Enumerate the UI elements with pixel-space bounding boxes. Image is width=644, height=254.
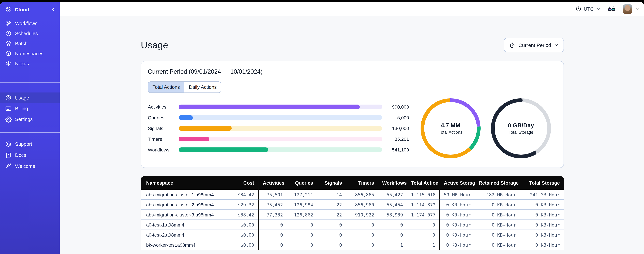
feedback-glasses-button[interactable] <box>608 5 616 13</box>
cell-total-storage: 0 KB-Hour <box>520 210 564 220</box>
namespace-link[interactable]: abs-migration-cluster-2.a98mm4 <box>146 202 214 207</box>
sidebar-nav-main: WorkflowsSchedulesBatchNamespacesNexus <box>0 18 60 69</box>
sidebar-item-namespaces[interactable]: Namespaces <box>0 48 60 59</box>
usage-bar-row-signals: Signals130,000 <box>148 126 409 131</box>
sidebar-item-schedules[interactable]: Schedules <box>0 28 60 38</box>
sidebar-item-usage[interactable]: Usage <box>0 92 60 103</box>
cell-signals: 0 <box>317 220 346 230</box>
cell-workflows: 0 <box>378 230 407 240</box>
cell-total-storage: 0 KB-Hour <box>520 220 564 230</box>
timezone-label: UTC <box>584 6 594 12</box>
usage-bar-row-activities: Activities900,000 <box>148 104 409 109</box>
cell-active-storage: 59 MB-Hour <box>439 190 475 200</box>
bar-value: 900,000 <box>382 104 409 110</box>
sidebar-item-label: Support <box>15 141 32 146</box>
col-header-workflows: Workflows <box>378 176 407 190</box>
settings-icon <box>5 116 12 123</box>
cell-retained-storage: 182 MB-Hour <box>475 190 520 200</box>
table-row: a0-test-1.a98mm4$0.000000000 KB-Hour0 KB… <box>141 220 564 230</box>
sidebar-nav-account: UsageBillingSettings <box>0 92 60 125</box>
namespace-link[interactable]: bk-worker-test.a98mm4 <box>146 242 196 248</box>
cell-activities: 0 <box>258 220 287 230</box>
namespace-link[interactable]: a0-test-1.a98mm4 <box>146 222 184 227</box>
sidebar-item-billing[interactable]: Billing <box>0 103 60 114</box>
cell-queries: 0 <box>287 240 317 250</box>
sidebar-item-batch[interactable]: Batch <box>0 38 60 48</box>
chevron-down-icon <box>596 7 600 11</box>
sidebar-item-welcome[interactable]: Welcome <box>0 160 60 172</box>
tab-total-actions[interactable]: Total Actions <box>148 82 184 92</box>
sidebar-item-support[interactable]: Support <box>0 138 60 150</box>
bar-track <box>179 148 382 152</box>
bar-label: Workflows <box>148 147 179 152</box>
col-header-retained-storage: Retained Storage <box>475 176 520 190</box>
current-period-card: Current Period (09/01/2024 — 10/01/2024)… <box>141 61 564 168</box>
sidebar-divider <box>0 132 60 133</box>
cell-queries: 0 <box>287 220 317 230</box>
col-header-active-storage: Active Storage <box>439 176 475 190</box>
chevron-down-icon <box>554 43 558 47</box>
table-row: abs-migration-cluster-3.a98mm4$38.4277,3… <box>141 210 564 220</box>
cell-active-storage: 0 KB-Hour <box>439 200 475 210</box>
cell-total-actions: 1 <box>407 240 439 250</box>
namespace-link[interactable]: a0-test-2.a98mm4 <box>146 232 184 238</box>
cell-active-storage: 0 KB-Hour <box>439 210 475 220</box>
usage-charts: Activities900,000Queries5,000Signals130,… <box>148 98 557 158</box>
table-row: bk-worker-test.a98mm4$0.000000110 KB-Hou… <box>141 240 564 250</box>
sidebar-item-label: Welcome <box>15 163 35 169</box>
namespace-link[interactable]: abs-migration-cluster-1.a98mm4 <box>146 192 214 197</box>
cell-timers: 0 <box>346 220 378 230</box>
bar-label: Activities <box>148 104 179 110</box>
donut-value: 4.7 MM <box>441 122 460 129</box>
bar-value: 85,201 <box>382 136 409 142</box>
period-selector-button[interactable]: Current Period <box>504 38 564 52</box>
cell-cost: $29.32 <box>231 200 258 210</box>
cell-timers: 856,960 <box>346 200 378 210</box>
namespace-link[interactable]: abs-migration-cluster-3.a98mm4 <box>146 212 214 217</box>
bar-label: Timers <box>148 136 179 142</box>
sidebar-collapse-icon[interactable] <box>51 7 56 12</box>
bar-label: Signals <box>148 126 179 131</box>
cell-retained-storage: 0 KB-Hour <box>475 200 520 210</box>
welcome-icon <box>5 163 12 170</box>
sidebar-brand[interactable]: Cloud <box>0 2 60 17</box>
chevron-down-icon <box>635 7 639 11</box>
cell-cost: $0.00 <box>231 230 258 240</box>
donut-total-storage: 0 GB/DayTotal Storage <box>491 98 551 158</box>
account-menu[interactable] <box>623 4 639 14</box>
cell-active-storage: 0 KB-Hour <box>439 220 475 230</box>
bar-fill <box>179 137 209 142</box>
col-header-activities: Activities <box>258 176 287 190</box>
sidebar-item-label: Docs <box>15 152 26 158</box>
sidebar-item-nexus[interactable]: Nexus <box>0 59 60 69</box>
page-title: Usage <box>141 40 168 50</box>
cell-retained-storage: 0 KB-Hour <box>475 210 520 220</box>
sidebar-item-settings[interactable]: Settings <box>0 114 60 125</box>
cell-retained-storage: 0 KB-Hour <box>475 220 520 230</box>
cell-timers: 856,865 <box>346 190 378 200</box>
cell-workflows: 55,454 <box>378 200 407 210</box>
sidebar-item-workflows[interactable]: Workflows <box>0 18 60 28</box>
cell-workflows: 58,939 <box>378 210 407 220</box>
sidebar-item-label: Nexus <box>15 61 29 66</box>
cell-active-storage: 0 KB-Hour <box>439 240 475 250</box>
usage-bar-chart: Activities900,000Queries5,000Signals130,… <box>148 104 409 152</box>
sidebar-divider <box>0 82 60 83</box>
page-content: Usage Current Period Current Period (09/… <box>60 16 644 254</box>
table-row: a0-test-2.a98mm4$0.000000000 KB-Hour0 KB… <box>141 230 564 240</box>
tab-daily-actions[interactable]: Daily Actions <box>184 82 221 92</box>
bar-track <box>179 126 382 131</box>
sidebar-item-label: Billing <box>15 106 28 111</box>
workflows-icon <box>5 20 12 27</box>
sidebar-item-docs[interactable]: Docs <box>0 150 60 160</box>
namespaces-icon <box>5 50 12 57</box>
bar-value: 130,000 <box>382 126 409 131</box>
period-button-label: Current Period <box>518 42 551 48</box>
timezone-picker[interactable]: UTC <box>576 6 600 12</box>
support-icon <box>5 140 12 147</box>
bar-track <box>179 115 382 120</box>
sidebar-item-label: Usage <box>15 95 29 100</box>
cell-timers: 0 <box>346 240 378 250</box>
sidebar-nav-help: SupportDocsWelcome <box>0 138 60 172</box>
donut-label: Total Storage <box>508 130 533 135</box>
